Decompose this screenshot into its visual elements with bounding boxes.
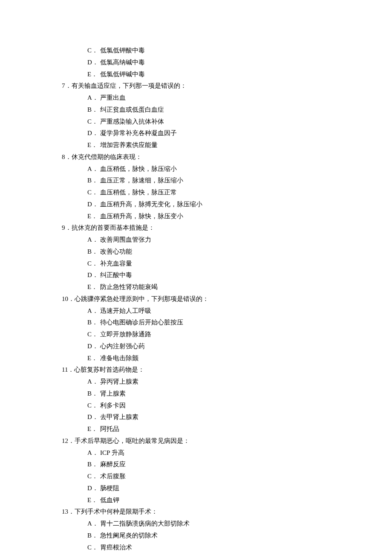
option-letter: E． (87, 353, 100, 364)
option-text: 纠正酸中毒 (100, 272, 132, 278)
option-item: C．低氯低钾酸中毒 (87, 45, 330, 57)
option-item: D．嵌顿疝的疝修补术 (87, 553, 330, 555)
question-stem: 8．休克代偿期的临床表现： (62, 151, 330, 163)
option-item: C．补充血容量 (87, 258, 330, 270)
option-text: 肾上腺素 (100, 390, 126, 397)
option-letter: A． (87, 376, 100, 388)
question-8: 8．休克代偿期的临床表现： A．血压稍低，脉快，脉压缩小 B．血压正常，脉速细，… (62, 151, 330, 223)
question-number: 13． (62, 508, 75, 515)
question-9: 9．抗休克的首要而基本措施是： A．改善周围血管张力 B．改善心功能 C．补充血… (62, 222, 330, 293)
option-item: C．血压稍低，脉快，脉压正常 (87, 187, 330, 199)
option-item: D．肠梗阻 (87, 483, 330, 494)
option-item: E．防止急性肾功能衰竭 (87, 281, 330, 293)
options-block: A．迅速开始人工呼吸 B．待心电图确诊后开始心脏按压 C．立即开放静脉通路 D．… (87, 305, 330, 364)
option-item: B．肾上腺素 (87, 388, 330, 400)
option-item: C．立即开放静脉通路 (87, 329, 330, 341)
option-item: A．血压稍低，脉快，脉压缩小 (87, 163, 330, 175)
option-text: 胃十二指肠溃疡病的大部切除术 (100, 520, 190, 527)
option-item: B．纠正贫血或低蛋白血症 (87, 104, 330, 116)
question-7: 7．有关输血适应症，下列那一项是错误的： A．严重出血 B．纠正贫血或低蛋白血症… (62, 80, 330, 151)
orphan-options-block: C．低氯低钾酸中毒 D．低氯高纳碱中毒 E．低氯低钾碱中毒 (87, 45, 330, 80)
question-13: 13．下列手术中何种是限期手术： A．胃十二指肠溃疡病的大部切除术 B．急性阑尾… (62, 506, 330, 555)
option-text: 低氯高纳碱中毒 (100, 59, 145, 66)
option-text: 补充血容量 (100, 260, 132, 267)
option-text: 迅速开始人工呼吸 (100, 307, 151, 314)
option-letter: D． (87, 127, 100, 139)
option-letter: D． (87, 199, 100, 211)
question-text: 心脏复苏时首选药物是： (74, 366, 144, 373)
option-letter: D． (87, 57, 100, 69)
option-item: A．胃十二指肠溃疡病的大部切除术 (87, 518, 330, 530)
option-letter: C． (87, 45, 100, 57)
option-text: 立即开放静脉通路 (100, 331, 151, 338)
option-text: 肠梗阻 (100, 485, 119, 491)
question-stem: 10．心跳骤停紧急处理原则中，下列那项是错误的： (62, 293, 330, 305)
question-stem: 12．手术后早期恶心，呕吐的最常见病因是： (62, 435, 330, 447)
option-text: 低氯低钾碱中毒 (100, 71, 145, 78)
option-text: 待心电图确诊后开始心脏按压 (100, 319, 183, 326)
options-block: A．严重出血 B．纠正贫血或低蛋白血症 C．严重感染输入抗体补体 D．凝学异常补… (87, 92, 330, 151)
option-item: B．待心电图确诊后开始心脏按压 (87, 317, 330, 329)
option-item: C．胃癌根治术 (87, 542, 330, 554)
options-block: A．血压稍低，脉快，脉压缩小 B．血压正常，脉速细，脉压缩小 C．血压稍低，脉快… (87, 163, 330, 223)
option-item: B．血压正常，脉速细，脉压缩小 (87, 175, 330, 187)
options-block: A．改善周围血管张力 B．改善心功能 C．补充血容量 D．纠正酸中毒 E．防止急… (87, 234, 330, 293)
option-letter: E． (87, 69, 100, 81)
option-letter: E． (87, 494, 100, 506)
option-letter: C． (87, 329, 100, 341)
option-letter: D． (87, 341, 100, 353)
option-item: D．去甲肾上腺素 (87, 411, 330, 423)
option-item: A．ICP 升高 (87, 447, 330, 459)
option-item: E．增加营养素供应能量 (87, 139, 330, 151)
option-item: D．低氯高纳碱中毒 (87, 57, 330, 69)
option-text: 改善周围血管张力 (100, 236, 151, 243)
question-text: 有关输血适应症，下列那一项是错误的： (72, 82, 187, 89)
option-text: 严重出血 (100, 94, 126, 101)
option-letter: B． (87, 459, 100, 471)
question-number: 9． (62, 224, 72, 231)
option-text: 低血钾 (100, 497, 119, 503)
question-stem: 13．下列手术中何种是限期手术： (62, 506, 330, 518)
option-letter: C． (87, 542, 100, 554)
option-item: A．改善周围血管张力 (87, 234, 330, 246)
option-item: E．低血钾 (87, 494, 330, 506)
option-text: 严重感染输入抗体补体 (100, 118, 164, 125)
option-text: 急性阑尾炎的切除术 (100, 532, 158, 539)
option-text: 血压正常，脉速细，脉压缩小 (100, 177, 183, 184)
option-letter: E． (87, 139, 100, 151)
option-item: D．血压稍升高，脉搏无变化，脉压缩小 (87, 199, 330, 211)
question-text: 休克代偿期的临床表现： (72, 153, 142, 160)
option-letter: E． (87, 281, 100, 293)
option-letter: A． (87, 92, 100, 104)
question-text: 手术后早期恶心，呕吐的最常见病因是： (75, 437, 190, 444)
option-letter: E． (87, 423, 100, 435)
option-text: 增加营养素供应能量 (100, 142, 158, 148)
option-letter: B． (87, 104, 100, 116)
exam-content: C．低氯低钾酸中毒 D．低氯高纳碱中毒 E．低氯低钾碱中毒 7．有关输血适应症，… (62, 45, 330, 555)
option-text: 低氯低钾酸中毒 (100, 47, 145, 54)
option-letter: A． (87, 305, 100, 317)
option-text: 阿托品 (100, 425, 119, 432)
option-text: 术后腹胀 (100, 473, 126, 480)
option-item: B．急性阑尾炎的切除术 (87, 530, 330, 542)
option-text: 准备电击除颤 (100, 355, 138, 361)
question-text: 下列手术中何种是限期手术： (75, 508, 158, 515)
option-item: E．准备电击除颤 (87, 353, 330, 364)
option-text: 纠正贫血或低蛋白血症 (100, 106, 164, 113)
question-number: 10． (62, 295, 75, 302)
question-stem: 7．有关输血适应症，下列那一项是错误的： (62, 80, 330, 92)
option-item: D．心内注射强心药 (87, 341, 330, 353)
option-text: 血压稍低，脉快，脉压缩小 (100, 165, 177, 172)
option-item: D．纠正酸中毒 (87, 269, 330, 281)
option-letter: C． (87, 258, 100, 270)
question-11: 11．心脏复苏时首选药物是： A．异丙肾上腺素 B．肾上腺素 C．利多卡因 D．… (62, 364, 330, 435)
option-text: 改善心功能 (100, 248, 132, 255)
option-item: E．血压稍升高，脉快，脉压变小 (87, 211, 330, 223)
option-item: B．改善心功能 (87, 246, 330, 258)
question-text: 抗休克的首要而基本措施是： (72, 224, 155, 231)
option-letter: D． (87, 269, 100, 281)
option-letter: E． (87, 211, 100, 223)
option-item: C．利多卡因 (87, 400, 330, 412)
option-text: 血压稍低，脉快，脉压正常 (100, 189, 177, 196)
option-letter: C． (87, 471, 100, 483)
